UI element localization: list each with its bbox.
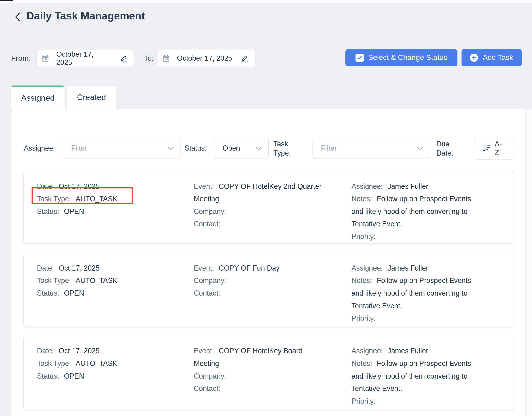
event-field: Event:COPY OF Fun Day — [194, 262, 327, 274]
status-filter-value: Open — [223, 144, 256, 153]
priority-field: Priority: — [352, 395, 480, 407]
task-card-right-column: Assignee:James Fuller Notes:Follow up on… — [352, 262, 481, 324]
event-field: Event:COPY OF HotelKey Board Meeting — [194, 345, 327, 370]
calendar-icon — [42, 55, 49, 62]
assignee-field: Assignee:James Fuller — [352, 262, 480, 274]
plus-circle-icon — [470, 54, 478, 62]
date-range-row: From: October 17, 2025 To: — [0, 50, 532, 67]
notes-field: Notes:Follow up on Prospect Events and l… — [352, 274, 480, 312]
task-card[interactable]: Date:Oct 17, 2025 Task Type:AUTO_TASK St… — [23, 253, 514, 327]
chevron-down-icon — [256, 146, 262, 150]
from-label: From: — [11, 50, 31, 67]
tab-content-panel: Assignee: Filter Status: Open Task Type:… — [11, 109, 526, 416]
task-type-field: Task Type:AUTO_TASK — [37, 193, 194, 205]
corner-mark — [0, 0, 13, 1]
task-card-middle-column: Event:COPY OF Fun Day Company: Contact: — [194, 262, 352, 324]
task-card-middle-column: Event:COPY OF HotelKey 2nd Quarter Meeti… — [194, 180, 352, 243]
status-filter-label: Status: — [184, 144, 207, 153]
task-card-left-column: Date:Oct 17, 2025 Task Type:AUTO_TASK St… — [37, 262, 194, 324]
status-field: Status:OPEN — [37, 370, 194, 382]
top-strip — [0, 0, 532, 3]
due-date-filter-label: Due Date: — [436, 139, 458, 157]
company-field: Company: — [194, 274, 327, 287]
assignee-field: Assignee:James Fuller — [352, 180, 480, 193]
tab-created-label: Created — [77, 93, 106, 102]
priority-field: Priority: — [352, 230, 480, 243]
status-field: Status:OPEN — [37, 205, 194, 218]
calendar-icon — [163, 55, 170, 62]
tab-assigned-label: Assigned — [21, 93, 55, 103]
edit-pencil-icon[interactable] — [240, 54, 249, 63]
chevron-down-icon — [417, 146, 423, 150]
back-button[interactable] — [14, 12, 22, 22]
assignee-filter-dropdown[interactable]: Filter — [63, 138, 181, 159]
date-field: Date:Oct 17, 2025 — [37, 345, 194, 357]
contact-field: Contact: — [194, 287, 327, 299]
date-field: Date:Oct 17, 2025 — [37, 262, 194, 274]
company-field: Company: — [194, 370, 327, 382]
page-title: Daily Task Management — [27, 10, 145, 22]
scrollbar-track[interactable] — [526, 109, 532, 416]
page-header: Daily Task Management — [0, 9, 532, 25]
daily-task-management-page: Daily Task Management From: October 17, … — [0, 0, 532, 416]
task-card-right-column: Assignee:James Fuller Notes:Follow up on… — [352, 180, 481, 243]
company-field: Company: — [194, 205, 327, 218]
task-card-left-column: Date:Oct 17, 2025 Task Type:AUTO_TASK St… — [37, 345, 194, 407]
task-type-filter-placeholder: Filter — [321, 144, 417, 153]
notes-field: Notes:Follow up on Prospect Events and l… — [352, 357, 480, 395]
select-change-status-button[interactable]: Select & Change Status — [345, 49, 457, 66]
task-type-field: Task Type:AUTO_TASK — [37, 357, 194, 370]
sort-az-button[interactable]: A-Z — [474, 137, 513, 160]
checkbox-check-icon — [355, 54, 364, 62]
task-card[interactable]: Date:Oct 17, 2025 Task Type:AUTO_TASK St… — [23, 171, 514, 244]
to-date-value: October 17, 2025 — [177, 54, 232, 63]
status-field: Status:OPEN — [37, 287, 194, 299]
from-date-value: October 17, 2025 — [57, 50, 112, 67]
tab-created[interactable]: Created — [66, 86, 116, 109]
add-task-button[interactable]: Add Task — [462, 49, 522, 66]
contact-field: Contact: — [194, 382, 327, 395]
contact-field: Contact: — [194, 218, 327, 230]
chevron-down-icon — [168, 146, 174, 150]
date-field: Date:Oct 17, 2025 — [37, 180, 194, 193]
from-date-picker[interactable]: October 17, 2025 — [36, 50, 134, 67]
priority-field: Priority: — [352, 312, 480, 325]
edit-pencil-icon[interactable] — [119, 54, 128, 63]
assignee-filter-label: Assignee: — [24, 144, 55, 153]
task-type-field: Task Type:AUTO_TASK — [37, 274, 194, 287]
task-type-filter-dropdown[interactable]: Filter — [313, 138, 430, 159]
add-task-label: Add Task — [483, 53, 513, 62]
assignee-filter-placeholder: Filter — [71, 144, 168, 153]
event-field: Event:COPY OF HotelKey 2nd Quarter Meeti… — [194, 180, 327, 205]
to-label: To: — [144, 50, 154, 67]
task-card[interactable]: Date:Oct 17, 2025 Task Type:AUTO_TASK St… — [23, 336, 514, 410]
tab-assigned[interactable]: Assigned — [11, 86, 64, 109]
select-change-status-label: Select & Change Status — [368, 53, 447, 62]
notes-field: Notes:Follow up on Prospect Events and l… — [352, 193, 480, 230]
sort-az-label: A-Z — [495, 140, 505, 156]
task-card-left-column: Date:Oct 17, 2025 Task Type:AUTO_TASK St… — [37, 180, 194, 243]
status-filter-dropdown[interactable]: Open — [214, 138, 269, 159]
chevron-left-icon — [14, 12, 22, 22]
task-type-filter-label: Task Type: — [274, 139, 304, 157]
task-card-middle-column: Event:COPY OF HotelKey Board Meeting Com… — [194, 345, 352, 407]
to-date-picker[interactable]: October 17, 2025 — [157, 50, 256, 67]
assignee-field: Assignee:James Fuller — [352, 345, 480, 357]
task-card-right-column: Assignee:James Fuller Notes:Follow up on… — [352, 345, 481, 407]
sort-descending-icon — [482, 144, 492, 153]
